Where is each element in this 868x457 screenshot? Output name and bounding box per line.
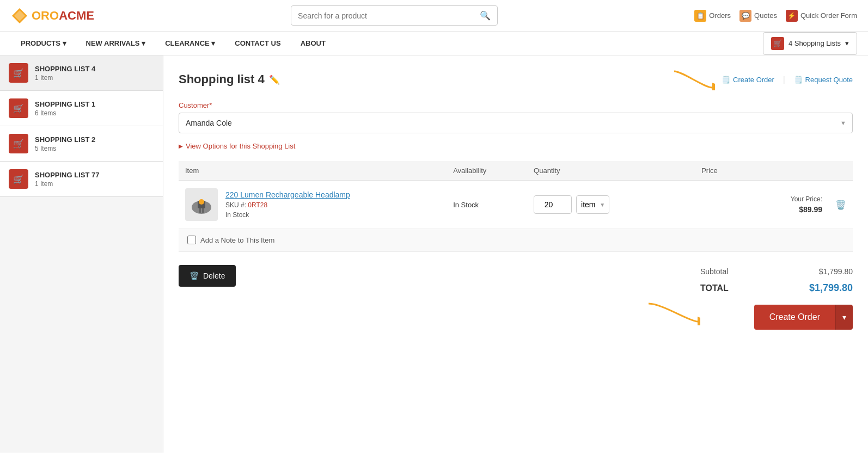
search-input[interactable] xyxy=(298,11,480,20)
customer-select[interactable]: Amanda Cole xyxy=(179,113,853,133)
subtotal-value: $1,799.80 xyxy=(819,267,853,276)
product-image xyxy=(188,191,215,218)
shopping-list-icon: 🛒 xyxy=(771,37,784,50)
nav-new-arrivals[interactable]: NEW ARRIVALS ▾ xyxy=(76,32,156,55)
nav-about[interactable]: ABOUT xyxy=(291,32,335,55)
request-quote-icon: 🗒️ xyxy=(794,76,803,84)
sidebar: 🛒 SHOPPING LIST 4 1 Item 🛒 SHOPPING LIST… xyxy=(0,55,163,453)
nav-bar: PRODUCTS ▾ NEW ARRIVALS ▾ CLEARANCE ▾ CO… xyxy=(0,32,868,55)
shopping-lists-label: 4 Shopping Lists xyxy=(788,39,841,47)
total-row: TOTAL $1,799.80 xyxy=(700,280,853,296)
edit-icon[interactable]: ✏️ xyxy=(269,75,280,85)
create-order-wrapper: Create Order ▾ xyxy=(754,305,853,330)
cart-icon-list2: 🛒 xyxy=(9,134,28,153)
quick-order-label: Quick Order Form xyxy=(800,11,857,20)
quick-order-icon: ⚡ xyxy=(786,10,798,22)
sidebar-list77-count: 1 Item xyxy=(35,180,99,188)
page-title: Shopping list 4 xyxy=(179,72,265,87)
cart-icon-list4: 🛒 xyxy=(9,63,28,83)
customer-select-wrapper: Amanda Cole xyxy=(179,113,853,133)
product-cell: 220 Lumen Rechargeable Headlamp SKU #: 0… xyxy=(179,181,447,229)
th-price: Price xyxy=(695,161,829,181)
view-options-link[interactable]: View Options for this Shopping List xyxy=(179,142,853,150)
create-order-link-label: Create Order xyxy=(733,76,774,84)
logo-oro: ORO xyxy=(32,9,59,22)
create-order-btn[interactable]: Create Order xyxy=(754,305,835,330)
sidebar-item-list77[interactable]: 🛒 SHOPPING LIST 77 1 Item xyxy=(0,162,163,197)
search-bar: 🔍 xyxy=(291,5,498,26)
create-order-link[interactable]: 🗒️ Create Order xyxy=(722,76,774,84)
th-item: Item xyxy=(179,161,447,181)
add-note-row: Add a Note to This Item xyxy=(179,229,853,252)
add-note-checkbox[interactable] xyxy=(187,236,196,244)
page-title-area: Shopping list 4 ✏️ xyxy=(179,72,280,87)
customer-label: Customer* xyxy=(179,101,853,109)
nav-clearance[interactable]: CLEARANCE ▾ xyxy=(155,32,225,55)
quantity-cell: item xyxy=(527,181,695,229)
logo[interactable]: OROACME xyxy=(11,7,94,24)
delete-list-btn[interactable]: 🗑️ Delete xyxy=(179,265,236,287)
table-header: Item Availability Quantity Price xyxy=(179,161,853,181)
orders-link[interactable]: 📋 Orders xyxy=(694,10,731,22)
svg-rect-6 xyxy=(199,208,201,213)
page-header: Shopping list 4 ✏️ 🗒️ Create Order xyxy=(179,69,853,90)
quantity-input[interactable] xyxy=(534,195,572,214)
search-icon[interactable]: 🔍 xyxy=(480,10,491,21)
main-content: 🛒 SHOPPING LIST 4 1 Item 🛒 SHOPPING LIST… xyxy=(0,55,868,453)
nav-contact-us[interactable]: CONTACT US xyxy=(225,32,290,55)
shopping-lists-btn[interactable]: 🛒 4 Shopping Lists ▾ xyxy=(763,32,857,55)
delete-row-btn[interactable]: 🗑️ xyxy=(835,200,846,210)
subtotal-label: Subtotal xyxy=(700,267,728,276)
price-value: $89.99 xyxy=(701,205,822,214)
request-quote-label: Request Quote xyxy=(805,76,853,84)
logo-acme: ACME xyxy=(59,9,94,22)
table-body: 220 Lumen Rechargeable Headlamp SKU #: 0… xyxy=(179,181,853,252)
total-label: TOTAL xyxy=(700,283,729,293)
unit-select[interactable]: item xyxy=(576,195,609,214)
quotes-link[interactable]: 💬 Quotes xyxy=(739,10,777,22)
customer-section: Customer* Amanda Cole xyxy=(179,101,853,133)
arrow-annotation-bottom xyxy=(646,301,700,325)
sidebar-item-list2[interactable]: 🛒 SHOPPING LIST 2 5 Items xyxy=(0,126,163,162)
quick-order-link[interactable]: ⚡ Quick Order Form xyxy=(786,10,857,22)
content-area: Shopping list 4 ✏️ 🗒️ Create Order xyxy=(163,55,868,453)
sidebar-list4-count: 1 Item xyxy=(35,74,95,82)
svg-rect-7 xyxy=(202,208,204,213)
price-label: Your Price: xyxy=(701,195,822,203)
availability-cell: In Stock xyxy=(447,181,527,229)
create-order-dropdown-btn[interactable]: ▾ xyxy=(835,305,853,330)
delete-label: Delete xyxy=(203,271,225,280)
sidebar-list4-name: SHOPPING LIST 4 xyxy=(35,65,95,73)
nav-products[interactable]: PRODUCTS ▾ xyxy=(11,32,76,55)
unit-select-wrapper: item xyxy=(576,195,609,214)
create-order-section: Create Order ▾ xyxy=(700,305,853,330)
sidebar-item-list4[interactable]: 🛒 SHOPPING LIST 4 1 Item xyxy=(0,55,163,91)
nav-links: PRODUCTS ▾ NEW ARRIVALS ▾ CLEARANCE ▾ CO… xyxy=(11,32,335,55)
totals-and-order: Subtotal $1,799.80 TOTAL $1,799.80 xyxy=(700,265,853,330)
delete-cell: 🗑️ xyxy=(829,181,853,229)
items-table: Item Availability Quantity Price xyxy=(179,161,853,252)
sidebar-item-list1[interactable]: 🛒 SHOPPING LIST 1 6 Items xyxy=(0,91,163,126)
arrow-annotation xyxy=(671,69,715,90)
price-cell: Your Price: $89.99 xyxy=(695,181,829,229)
sidebar-list2-name: SHOPPING LIST 2 xyxy=(35,135,95,144)
shopping-lists-dropdown-icon: ▾ xyxy=(845,39,849,47)
view-options-label: View Options for this Shopping List xyxy=(186,142,295,150)
subtotal-row: Subtotal $1,799.80 xyxy=(700,265,853,278)
svg-point-5 xyxy=(199,199,204,205)
create-order-link-icon: 🗒️ xyxy=(722,76,730,84)
footer-actions: 🗑️ Delete Subtotal $1,799.80 TOTAL $1,79… xyxy=(179,265,853,330)
th-quantity: Quantity xyxy=(527,161,695,181)
orders-icon: 📋 xyxy=(694,10,706,22)
request-quote-link[interactable]: 🗒️ Request Quote xyxy=(794,76,853,84)
create-order-btn-label: Create Order xyxy=(769,312,820,322)
product-name[interactable]: 220 Lumen Rechargeable Headlamp xyxy=(225,190,350,199)
totals-section: Subtotal $1,799.80 TOTAL $1,799.80 xyxy=(700,265,853,296)
sidebar-list77-name: SHOPPING LIST 77 xyxy=(35,171,99,179)
action-separator: | xyxy=(783,75,785,84)
header-actions: 🗒️ Create Order | 🗒️ Request Quote xyxy=(671,69,853,90)
create-order-dropdown-icon: ▾ xyxy=(842,313,846,322)
product-thumbnail xyxy=(185,188,218,221)
orders-label: Orders xyxy=(709,11,731,20)
sidebar-list2-count: 5 Items xyxy=(35,145,95,152)
